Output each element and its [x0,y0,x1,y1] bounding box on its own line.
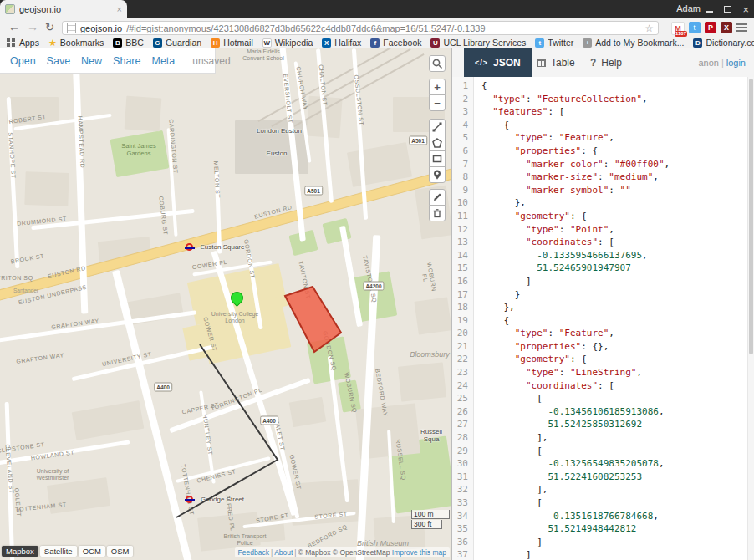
dictionary-favicon: D [693,38,702,48]
map-road [166,128,177,237]
map-park [110,130,169,177]
code-line: "geometry": { [481,210,747,223]
map-label: Maria Fidelis Convent School [242,48,283,62]
tab-help[interactable]: ? Help [579,48,633,77]
layer-button-ocm[interactable]: OCM [79,546,105,557]
save-button[interactable]: Save [47,55,71,67]
address-bar[interactable]: geojson.io /#id=gist:anonymous/4231308d6… [62,21,659,35]
map-road [0,310,196,343]
auth-links: anon|login [698,48,746,77]
login-link[interactable]: login [726,58,746,68]
tab-favicon [5,4,15,14]
right-panel: </> JSON Table ? Help anon|login 1234567… [451,48,754,560]
code-line: "features": [ [481,105,747,119]
zoom-out-button[interactable]: − [429,94,446,111]
edit-features-tool[interactable] [429,189,446,206]
mail-extension-icon[interactable]: M1107 [671,22,685,35]
code-line: "marker-color": "#00ff00", [481,158,747,171]
anon-label: anon [698,58,718,68]
code-line: }, [481,196,747,210]
chrome-profile-name[interactable]: Adam [676,3,701,13]
twitter-extension-icon[interactable]: t [689,22,701,33]
code-line: 51.52241608253253 [481,471,747,484]
tab-table[interactable]: Table [526,48,586,77]
layer-button-mapbox[interactable]: Mapbox [2,546,38,557]
map-building [24,171,69,206]
bookmark-item-wikipedia[interactable]: WWikipedia [262,38,313,48]
back-button[interactable]: ← [8,20,20,33]
zoom-in-button[interactable]: + [429,79,446,95]
bookmark-item-facebook[interactable]: fFacebook [370,38,421,48]
copyright-text: © Mapbox © OpenStreetMap [298,548,390,557]
layer-button-satellite[interactable]: Satellite [40,546,77,557]
map-attribution: Feedback|About|© Mapbox © OpenStreetMap … [235,547,450,557]
map-building [47,477,110,514]
editor-scrollbar[interactable] [747,77,754,560]
scale-metric: 100 m [411,510,450,519]
window-maximize-button[interactable] [724,6,731,13]
bookmark-item-halifax[interactable]: XHalifax [322,38,361,48]
code-line: ] [481,536,747,549]
bookmark-item-guardian[interactable]: GGuardian [153,38,201,48]
bookmark-label: Hotmail [223,38,253,48]
map-label: GRAFTON WAY [16,352,64,365]
geocoder-search-button[interactable] [429,55,446,72]
scale-imperial: 300 ft [411,520,442,529]
meta-button[interactable]: Meta [151,55,175,67]
line-number: 21 [452,340,473,354]
about-link[interactable]: About [274,548,293,557]
tab-title: geojson.io [19,4,113,14]
linestring-feature[interactable] [176,344,278,517]
url-domain: geojson.io [80,23,122,33]
code-line: 51.5214948442812 [481,522,747,536]
line-number: 28 [452,431,473,445]
help-icon: ? [590,57,596,69]
road-shield-badge: A4200 [363,282,384,291]
new-button[interactable]: New [81,55,102,67]
bookmark-item-bookmarks[interactable]: ★Bookmarks [48,38,104,48]
map-scale: 100 m 300 ft [411,510,450,530]
map-canvas[interactable]: Maria Fidelis Convent SchoolLondon Eusto… [0,48,451,560]
bookmark-label: UCL Library Services [443,38,526,48]
panel-header: </> JSON Table ? Help anon|login [452,48,754,78]
line-number: 20 [452,327,473,340]
layer-button-osm[interactable]: OSM [107,546,134,557]
chrome-menu-icon[interactable] [736,27,747,28]
bookmark-item-hotmail[interactable]: HHotmail [211,38,253,48]
draw-rectangle-tool[interactable] [429,150,446,167]
x-extension-icon[interactable]: X [721,22,732,33]
bookmark-star-icon[interactable]: ☆ [644,23,654,34]
tab-json[interactable]: </> JSON [464,48,532,77]
bookmark-item-dictionary[interactable]: DDictionary.com [693,38,754,48]
scrollbar-thumb[interactable] [749,79,753,354]
share-button[interactable]: Share [113,55,140,67]
bookmark-item-ucl-library[interactable]: UUCL Library Services [430,38,526,48]
bookmark-label: Apps [19,38,39,48]
open-button[interactable]: Open [10,55,36,67]
bookmark-item-apps[interactable]: Apps [7,38,39,48]
code-line: "geometry": { [481,353,747,366]
tab-close-icon[interactable]: × [117,5,122,14]
draw-line-tool[interactable] [429,119,446,135]
line-number: 31 [452,471,473,484]
draw-marker-tool[interactable] [429,166,446,183]
minus-icon: − [434,97,441,109]
forward-button[interactable]: → [27,20,38,33]
draw-polygon-tool[interactable] [429,135,446,151]
window-close-button[interactable]: × [742,4,749,15]
page-icon [67,23,76,33]
bookmark-item-bbc[interactable]: BBBC [113,38,144,48]
twitter-favicon: t [535,38,544,48]
pinterest-extension-icon[interactable]: P [705,22,716,33]
window-minimize-button[interactable] [706,11,713,13]
bookmark-item-twitter[interactable]: tTwitter [535,38,573,48]
reload-button[interactable]: ↻ [45,21,54,33]
improve-map-link[interactable]: Improve this map [392,548,446,557]
window-titlebar: geojson.io × Adam × [0,0,754,18]
delete-features-tool[interactable] [429,205,446,221]
bookmark-item-add-to-my-bookmark[interactable]: +Add to My Bookmark... [583,38,684,48]
json-editor[interactable]: 1234567891011121314151617181920212223242… [452,77,754,560]
browser-tab[interactable]: geojson.io × [0,0,127,18]
feedback-link[interactable]: Feedback [238,548,269,557]
ucl-library-favicon: U [430,38,440,48]
